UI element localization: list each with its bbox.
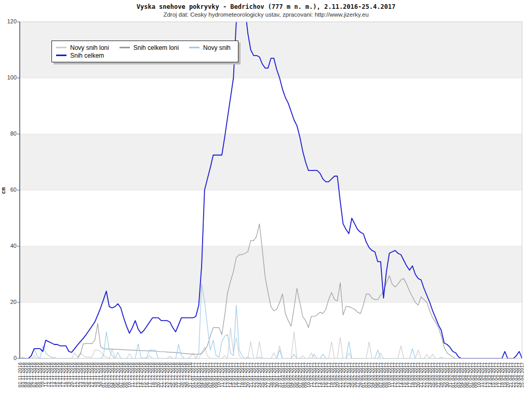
legend-line-swatch-icon <box>56 55 66 56</box>
series-line <box>20 328 513 358</box>
legend-line-swatch-icon <box>189 47 200 48</box>
legend-label: Novy snih loni <box>70 44 109 51</box>
legend: Novy snih loni Snih celkem loni Novy sni… <box>51 41 238 62</box>
chart-title: Vyska snehove pokryvky - Bedrichov (777 … <box>0 3 532 10</box>
y-tick-label: 100 <box>2 74 17 81</box>
legend-label: Snih celkem loni <box>134 44 179 51</box>
plot-band <box>20 134 522 190</box>
y-tick-label: 40 <box>2 243 17 249</box>
legend-item: Snih celkem loni <box>119 44 179 51</box>
legend-item: Snih celkem <box>56 52 104 59</box>
chart-subtitle: Zdroj dat: Cesky hydrometeorologicky ust… <box>0 11 532 18</box>
y-tick-label: 120 <box>2 18 17 24</box>
legend-line-swatch-icon <box>56 47 66 48</box>
legend-row: Novy snih loni Snih celkem loni Novy sni… <box>56 44 233 51</box>
legend-item: Novy snih <box>189 44 231 51</box>
legend-label: Novy snih <box>203 44 231 51</box>
legend-row: Snih celkem <box>56 51 233 59</box>
legend-item: Novy snih loni <box>56 44 109 51</box>
x-tick-label: 25.04.2017 <box>520 362 525 397</box>
y-tick-label: 60 <box>2 187 17 193</box>
plot-band <box>20 246 522 302</box>
legend-label: Snih celkem <box>70 52 104 59</box>
y-tick-label: 20 <box>2 299 17 305</box>
y-tick-label: 80 <box>2 130 17 137</box>
y-tick-label: 0 <box>2 355 17 361</box>
legend-line-swatch-icon <box>119 47 130 48</box>
